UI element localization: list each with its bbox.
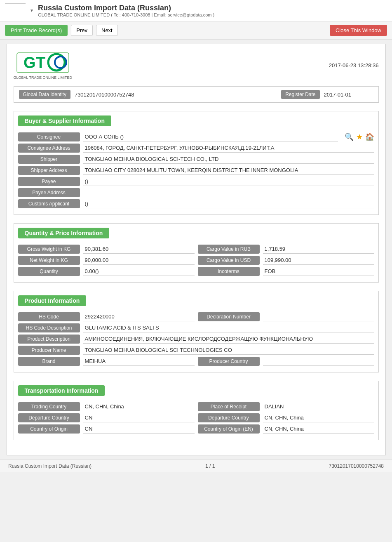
footer-page: 1 / 1 bbox=[205, 463, 215, 469]
quantity-price-section: Quantity & Price Information Gross Weigh… bbox=[14, 223, 379, 283]
shipper-address-label: Shipper Address bbox=[18, 166, 80, 175]
producer-country-label: Producer Country bbox=[198, 357, 260, 366]
register-date-value: 2017-01-01 bbox=[324, 92, 373, 98]
gross-weight-value: 90,381.60 bbox=[83, 245, 195, 254]
net-weight-field: Net Weight in KG 90,000.00 bbox=[18, 256, 195, 265]
departure-country-value: CN bbox=[83, 413, 195, 422]
logo-tagline: GLOBAL TRADE ONLINE LIMITED bbox=[14, 75, 73, 80]
consignee-address-value: 196084, ГОРОД, САНКТ-ПЕТЕРБУРГ, УЛ.НОВО-… bbox=[83, 144, 374, 153]
shipper-value: TONGLIAO MEIHUA BIOLOGICAL SCI-TECH CO.,… bbox=[83, 155, 374, 164]
place-of-receipt-label: Place of Receipt bbox=[198, 402, 260, 411]
place-of-receipt-field: Place of Receipt DALIAN bbox=[198, 402, 374, 411]
trading-country-value: CN, CHN, China bbox=[83, 402, 195, 411]
cargo-rub-field: Cargo Value in RUB 1,718.59 bbox=[198, 245, 374, 254]
cargo-rub-label: Cargo Value in RUB bbox=[198, 245, 260, 254]
payee-value: () bbox=[83, 177, 374, 186]
incoterms-label: Incoterms bbox=[198, 267, 260, 276]
hs-code-field: HS Code 2922420000 bbox=[18, 312, 195, 321]
main-content: G T GLOBAL TRADE ONLINE LIMITED 2017-06-… bbox=[7, 44, 386, 455]
customs-applicant-label: Customs Applicant bbox=[18, 199, 80, 208]
consignee-address-row: Consignee Address 196084, ГОРОД, САНКТ-П… bbox=[18, 144, 374, 153]
departure-country-row: Departure Country CN Departure Country C… bbox=[18, 413, 374, 422]
consignee-row: Consignee ООО А СОЛЬ () 🔍 ★ 🏠 bbox=[18, 132, 374, 141]
shipper-row: Shipper TONGLIAO MEIHUA BIOLOGICAL SCI-T… bbox=[18, 155, 374, 164]
country-of-origin-value: CN bbox=[83, 424, 195, 434]
star-icon[interactable]: ★ bbox=[356, 132, 363, 141]
register-date-label: Register Date bbox=[281, 90, 319, 99]
quantity-value: 0.00() bbox=[83, 267, 195, 276]
cargo-usd-value: 109,990.00 bbox=[263, 256, 374, 265]
incoterms-field: Incoterms FOB bbox=[198, 267, 374, 276]
consignee-icons: 🔍 ★ 🏠 bbox=[345, 132, 374, 141]
payee-label: Payee bbox=[18, 177, 80, 186]
departure-country-label: Departure Country bbox=[18, 413, 80, 422]
timestamp: 2017-06-23 13:28:36 bbox=[329, 62, 379, 68]
product-header: Product Information bbox=[18, 295, 87, 306]
close-window-button[interactable]: Close This Window bbox=[330, 25, 387, 36]
quantity-price-header: Quantity & Price Information bbox=[18, 228, 110, 238]
buyer-supplier-section: Buyer & Supplier Information Consignee О… bbox=[14, 111, 379, 215]
hs-desc-value: GLUTAMIC ACID & ITS SALTS bbox=[83, 323, 374, 332]
gross-weight-field: Gross Weight in KG 90,381.60 bbox=[18, 245, 195, 254]
hs-code-label: HS Code bbox=[18, 312, 80, 321]
prev-button[interactable]: Prev bbox=[71, 25, 93, 36]
incoterms-value: FOB bbox=[263, 267, 374, 276]
shipper-address-row: Shipper Address TONGLIAO CITY 028024 MUL… bbox=[18, 166, 374, 175]
quantity-label: Quantity bbox=[18, 267, 80, 276]
declaration-label: Declaration Number bbox=[198, 312, 260, 321]
footer: Russia Custom Import Data (Russian) 1 / … bbox=[0, 460, 392, 472]
toolbar: Print Trade Record(s) Prev Next Close Th… bbox=[0, 21, 392, 40]
identity-value: 73012017010000752748 bbox=[75, 92, 277, 98]
transportation-header: Transportation Information bbox=[18, 385, 105, 396]
country-of-origin-field: Country of Origin CN bbox=[18, 424, 195, 434]
transportation-section: Transportation Information Trading Count… bbox=[14, 381, 379, 440]
producer-name-label: Producer Name bbox=[18, 346, 80, 355]
prod-desc-label: Product Description bbox=[18, 335, 80, 344]
product-section: Product Information HS Code 2922420000 D… bbox=[14, 291, 379, 372]
place-of-receipt-value: DALIAN bbox=[263, 402, 374, 411]
cargo-usd-field: Cargo Value in USD 109,990.00 bbox=[198, 256, 374, 265]
cargo-rub-value: 1,718.59 bbox=[263, 245, 374, 254]
cargo-usd-label: Cargo Value in USD bbox=[198, 256, 260, 265]
shipper-label: Shipper bbox=[18, 155, 80, 164]
dropdown-arrow-icon[interactable]: ▼ bbox=[30, 8, 34, 13]
country-of-origin-en-field: Country of Origin (EN) CN, CHN, China bbox=[198, 424, 374, 434]
consignee-label: Consignee bbox=[18, 132, 80, 141]
header-subtitle: GLOBAL TRADE ONLINE LIMITED ( Tel: 400-7… bbox=[38, 12, 214, 17]
header: ▼ Russia Custom Import Data (Russian) GL… bbox=[0, 0, 392, 21]
country-of-origin-row: Country of Origin CN Country of Origin (… bbox=[18, 424, 374, 434]
home-icon[interactable]: 🏠 bbox=[365, 132, 374, 141]
producer-name-row: Producer Name TONGLIAO MEIHUA BIOLOGICAL… bbox=[18, 346, 374, 355]
producer-country-field: Producer Country bbox=[198, 357, 374, 366]
next-button[interactable]: Next bbox=[96, 25, 118, 36]
departure-country-field: Departure Country CN bbox=[18, 413, 195, 422]
search-icon[interactable]: 🔍 bbox=[345, 132, 354, 141]
departure-country2-label: Departure Country bbox=[198, 413, 260, 422]
trading-country-field: Trading Country CN, CHN, China bbox=[18, 402, 195, 411]
departure-country2-value: CN, CHN, China bbox=[263, 413, 374, 422]
declaration-value bbox=[263, 312, 374, 321]
buyer-supplier-header: Buyer & Supplier Information bbox=[18, 115, 111, 126]
country-of-origin-en-value: CN, CHN, China bbox=[263, 424, 374, 434]
country-of-origin-en-label: Country of Origin (EN) bbox=[198, 424, 260, 434]
shipper-address-value: TONGLIAO CITY 028024 MULITU TOWN, KEERQI… bbox=[83, 166, 374, 175]
customs-applicant-row: Customs Applicant () bbox=[18, 199, 374, 208]
flag-icon bbox=[5, 3, 26, 18]
hs-desc-row: HS Code Description GLUTAMIC ACID & ITS … bbox=[18, 323, 374, 332]
gross-weight-label: Gross Weight in KG bbox=[18, 245, 80, 254]
logo-image: G T bbox=[16, 51, 70, 75]
prod-desc-row: Product Description АМИНОСОЕДИНЕНИЯ, ВКЛ… bbox=[18, 335, 374, 344]
prod-desc-value: АМИНОСОЕДИНЕНИЯ, ВКЛЮЧАЮЩИЕ КИСЛОРОДСОДЕ… bbox=[83, 335, 374, 344]
identity-label: Global Data Identity bbox=[19, 90, 70, 99]
logo: G T GLOBAL TRADE ONLINE LIMITED bbox=[14, 51, 73, 80]
customs-applicant-value: () bbox=[83, 199, 374, 208]
trading-country-label: Trading Country bbox=[18, 402, 80, 411]
payee-address-label: Payee Address bbox=[18, 188, 80, 197]
print-button[interactable]: Print Trade Record(s) bbox=[5, 25, 68, 36]
payee-row: Payee () bbox=[18, 177, 374, 186]
svg-text:G: G bbox=[23, 54, 36, 71]
declaration-field: Declaration Number bbox=[198, 312, 374, 321]
brand-value: MEIHUA bbox=[83, 357, 195, 366]
hs-code-declaration-row: HS Code 2922420000 Declaration Number bbox=[18, 312, 374, 321]
page-title: Russia Custom Import Data (Russian) bbox=[38, 4, 214, 12]
